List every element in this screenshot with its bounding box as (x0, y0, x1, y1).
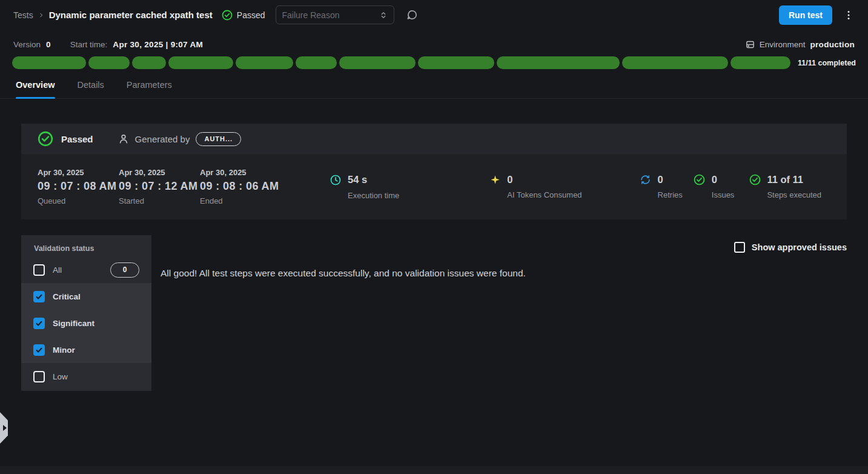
generated-by-label: Generated by (135, 134, 190, 144)
progress-segment (497, 56, 620, 69)
ended-time: 09 : 08 : 06 AM (200, 180, 281, 193)
issues-value: 0 (712, 174, 717, 185)
page-title: Dynamic parameter cached xpath test (49, 10, 213, 20)
filter-significant[interactable]: Significant (21, 310, 151, 336)
result-status-label: Passed (61, 134, 93, 144)
started-label: Started (119, 196, 200, 205)
check-circle-icon (694, 174, 706, 185)
tab-overview[interactable]: Overview (16, 80, 55, 98)
tab-details[interactable]: Details (78, 80, 104, 98)
execution-time-label: Execution time (348, 191, 399, 200)
check-circle-icon (222, 10, 233, 21)
timeline-queued: Apr 30, 2025 09 : 07 : 08 AM Queued (38, 168, 119, 205)
checkbox-low[interactable] (33, 371, 45, 382)
timeline-ended: Apr 30, 2025 09 : 08 : 06 AM Ended (200, 168, 281, 205)
status-label: Passed (237, 10, 265, 20)
chevron-updown-icon (379, 11, 388, 19)
show-approved-issues-toggle[interactable]: Show approved issues (734, 242, 847, 253)
steps-executed-value: 11 of 11 (767, 174, 803, 185)
filter-all[interactable]: All 0 (21, 256, 151, 283)
stat-issues: 0 Issues (694, 174, 735, 199)
retries-value: 0 (658, 174, 663, 185)
started-time: 09 : 07 : 12 AM (119, 180, 200, 193)
status-badge: Passed (222, 10, 265, 21)
sidebar-expand-handle[interactable] (0, 412, 8, 444)
generated-by-badge[interactable]: AUTH... (196, 132, 241, 146)
version-value: 0 (46, 40, 51, 49)
breadcrumb-tests[interactable]: Tests (13, 10, 33, 20)
queued-date: Apr 30, 2025 (38, 168, 119, 177)
ai-tokens-label: AI Tokens Consumed (507, 190, 581, 199)
ended-date: Apr 30, 2025 (200, 168, 281, 177)
filter-critical[interactable]: Critical (21, 283, 151, 310)
environment-label: Environment (760, 40, 806, 49)
stat-retries: 0 Retries (640, 174, 683, 199)
progress-segment (296, 56, 337, 69)
stat-steps-executed: 11 of 11 Steps executed (749, 174, 821, 199)
summary-card-header: Passed Generated by AUTH... (21, 124, 847, 154)
progress-completed-text: 11/11 completed (798, 59, 856, 67)
validation-status-panel: Validation status All 0 Critical Signifi… (21, 235, 151, 391)
failure-reason-placeholder: Failure Reason (282, 10, 379, 20)
summary-card-body: Apr 30, 2025 09 : 07 : 08 AM Queued Apr … (21, 154, 847, 219)
started-date: Apr 30, 2025 (119, 168, 200, 177)
run-test-button[interactable]: Run test (779, 5, 832, 25)
execution-time-value: 54 s (348, 174, 367, 185)
kebab-menu-icon[interactable] (843, 9, 855, 21)
filter-significant-label: Significant (53, 319, 94, 328)
person-icon (118, 133, 130, 145)
sparkle-icon (489, 175, 501, 185)
environment-value: production (810, 40, 855, 49)
steps-executed-label: Steps executed (767, 190, 821, 199)
comment-bubble-icon[interactable] (406, 8, 419, 21)
queued-time: 09 : 07 : 08 AM (38, 180, 119, 193)
environment-icon (745, 39, 755, 50)
failure-reason-select[interactable]: Failure Reason (276, 5, 394, 24)
tab-bar: Overview Details Parameters (0, 80, 868, 99)
queued-label: Queued (38, 196, 119, 205)
progress-segment (12, 56, 86, 69)
validation-status-title: Validation status (21, 235, 151, 253)
filter-all-count-badge: 0 (110, 262, 139, 278)
progress-segment (418, 56, 494, 69)
filter-low[interactable]: Low (21, 363, 151, 390)
checkbox-significant[interactable] (33, 318, 45, 329)
issues-section: Validation status All 0 Critical Signifi… (0, 235, 868, 391)
progress-segment (88, 56, 130, 69)
filter-all-label: All (53, 265, 62, 275)
progress-bar (12, 56, 790, 69)
stat-ai-tokens: 0 AI Tokens Consumed (489, 174, 581, 199)
severity-group: Critical Significant Minor (21, 283, 151, 363)
progress-segment (132, 56, 166, 69)
progress-segment (168, 56, 233, 69)
chevron-right-icon (38, 12, 44, 18)
chevron-right-icon (3, 425, 7, 431)
checkbox-minor[interactable] (33, 344, 45, 356)
stat-execution-time: 54 s Execution time (330, 174, 399, 200)
filter-minor[interactable]: Minor (21, 336, 151, 363)
progress-segment (339, 56, 416, 69)
check-circle-icon (749, 174, 761, 185)
bottom-scrollbar-track[interactable] (0, 466, 868, 474)
progress-segment (731, 56, 790, 69)
issues-main-area: Show approved issues All good! All test … (151, 235, 847, 279)
filter-critical-label: Critical (53, 292, 81, 301)
check-circle-icon (38, 131, 53, 147)
sync-icon (640, 174, 652, 185)
progress-segment (236, 56, 293, 69)
progress-row: 11/11 completed (0, 56, 868, 69)
tab-parameters[interactable]: Parameters (127, 80, 172, 98)
version-label: Version (13, 40, 41, 49)
top-bar: Tests Dynamic parameter cached xpath tes… (0, 0, 868, 30)
filter-minor-label: Minor (53, 345, 75, 355)
checkbox-all[interactable] (33, 264, 45, 276)
checkbox-critical[interactable] (33, 291, 45, 302)
start-time-label: Start time: (70, 40, 108, 49)
summary-card: Passed Generated by AUTH... Apr 30, 2025… (21, 124, 847, 219)
show-approved-issues-label: Show approved issues (752, 242, 847, 252)
filter-low-label: Low (53, 372, 68, 381)
checkbox-show-approved[interactable] (734, 242, 745, 253)
ai-tokens-value: 0 (507, 174, 512, 185)
progress-segment (622, 56, 728, 69)
issues-label: Issues (712, 190, 735, 199)
